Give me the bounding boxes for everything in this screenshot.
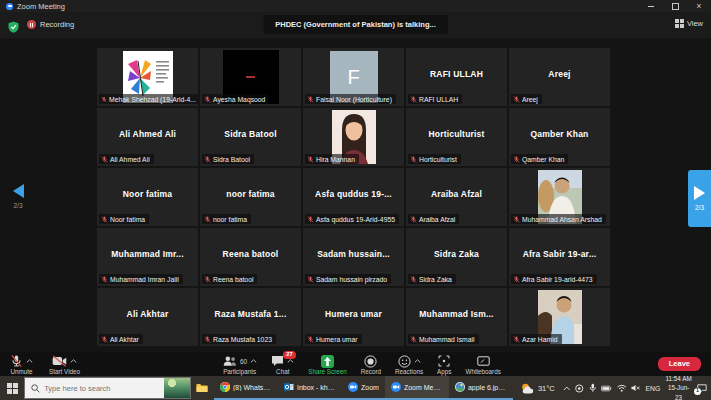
start-button[interactable]	[0, 376, 24, 400]
participant-tile[interactable]: Ali Ahmed Ali Ali Ahmed Ali	[97, 108, 198, 166]
participant-tile[interactable]: Ali Akhtar Ali Akhtar	[97, 288, 198, 346]
record-button[interactable]: Record	[361, 354, 381, 375]
participant-label: Sadam hussain pirzado	[305, 274, 391, 284]
taskbar-task[interactable]: apple 6.jpg –	[449, 376, 513, 400]
participant-tile[interactable]: Sidra Batool Sidra Batool	[200, 108, 301, 166]
muted-mic-icon	[410, 216, 417, 223]
taskbar-task[interactable]: Inbox - kha...	[278, 376, 342, 400]
participants-label: Participants	[223, 368, 256, 375]
weather-widget[interactable]: 31°C	[513, 376, 563, 400]
security-shield-icon[interactable]	[8, 19, 19, 37]
leave-button[interactable]: Leave	[658, 357, 701, 371]
muted-mic-icon	[204, 96, 211, 103]
participant-tile[interactable]: Raza Mustafa 1... Raza Mustafa 1023	[200, 288, 301, 346]
chevron-up-icon[interactable]	[250, 359, 257, 363]
next-page-button[interactable]: 2/3	[688, 170, 711, 227]
wifi-icon[interactable]	[617, 384, 626, 392]
participant-tile[interactable]: Muhammad Ahsan Arshad	[509, 168, 610, 226]
chevron-up-icon[interactable]	[70, 359, 77, 363]
unmute-button[interactable]: Unmute	[10, 354, 33, 375]
participant-tile[interactable]: Areej Areej	[509, 48, 610, 106]
participant-tile[interactable]: Mehak Shehzad (19-Arid-4...	[97, 48, 198, 106]
muted-mic-icon	[10, 354, 23, 368]
participant-label: Humera umar	[305, 334, 362, 344]
taskbar-task[interactable]: Zoom	[342, 376, 385, 400]
participant-tile[interactable]: Muhammad Ism... Muhammad Ismail	[406, 288, 507, 346]
participant-label: Muhammad Ismail	[408, 334, 479, 344]
muted-mic-icon	[101, 216, 108, 223]
participant-tile[interactable]: Noor fatima Noor fatima	[97, 168, 198, 226]
share-screen-button[interactable]: Share Screen	[308, 354, 347, 375]
chevron-up-icon[interactable]	[287, 359, 294, 363]
muted-mic-icon	[307, 96, 314, 103]
taskbar-task[interactable]: Zoom Meet...	[385, 376, 449, 400]
participant-tile[interactable]: Humera umar Humera umar	[303, 288, 404, 346]
recording-label: Recording	[40, 20, 74, 29]
participant-tile[interactable]: Muhammad Imr... Muhammad Imran Jalil	[97, 228, 198, 286]
participant-tile[interactable]: Asfa quddus 19-... Asfa quddus 19-Arid-4…	[303, 168, 404, 226]
taskbar-search[interactable]	[24, 377, 191, 399]
battery-icon[interactable]	[601, 385, 611, 392]
muted-mic-icon	[101, 156, 108, 163]
zoom-icon	[391, 382, 401, 392]
participant-tile[interactable]: Ayesha Maqsood	[200, 48, 301, 106]
photos-icon	[455, 382, 465, 392]
participant-tile[interactable]: Hira Mannan	[303, 108, 404, 166]
maximize-button[interactable]	[663, 0, 687, 12]
language-indicator[interactable]: ENG	[646, 385, 661, 392]
participant-tile[interactable]: Azar Hamid	[509, 288, 610, 346]
minimize-button[interactable]	[639, 0, 663, 12]
windows-logo-icon	[7, 383, 18, 394]
participant-tile[interactable]: Qamber Khan Qamber Khan	[509, 108, 610, 166]
whiteboards-label: Whiteboards	[465, 368, 500, 375]
previous-page-button[interactable]: 2/3	[7, 184, 29, 209]
participant-tile[interactable]: Reena batool Reena batool	[200, 228, 301, 286]
file-explorer-button[interactable]	[191, 376, 214, 400]
search-icon	[31, 384, 40, 393]
participant-tile[interactable]: F Faisal Noor (Horticulture)	[303, 48, 404, 106]
participant-label: Horticulturist	[408, 154, 461, 164]
participant-tile[interactable]: Araiba Afzal Araiba Afzal	[406, 168, 507, 226]
participant-label: Ali Ahmed Ali	[99, 154, 154, 164]
close-button[interactable]: ×	[687, 0, 711, 12]
system-tray: ENG 11:54 AM 15-Jun-23 1	[563, 376, 711, 400]
taskbar-tasks: (8) WhatsA... Inbox - kha... Zoom Zoom M…	[214, 376, 513, 400]
tray-mic-icon[interactable]	[589, 383, 597, 393]
chat-icon	[271, 355, 284, 367]
participant-label: Muhammad Ahsan Arshad	[511, 214, 606, 224]
participant-tile[interactable]: Sidra Zaka Sidra Zaka	[406, 228, 507, 286]
speaker-muted-icon[interactable]	[631, 384, 640, 392]
participant-tile[interactable]: RAFI ULLAH RAFI ULLAH	[406, 48, 507, 106]
taskbar-task[interactable]: (8) WhatsA...	[214, 376, 278, 400]
chat-button[interactable]: 27 Chat	[271, 354, 294, 375]
participants-button[interactable]: 60 Participants	[222, 354, 257, 375]
view-button[interactable]: View	[675, 19, 703, 28]
chevron-up-icon[interactable]	[26, 359, 33, 363]
start-video-button[interactable]: Start Video	[49, 354, 80, 375]
taskbar-clock[interactable]: 11:54 AM 15-Jun-23	[665, 374, 692, 400]
participants-count: 60	[240, 358, 247, 365]
search-highlight-image[interactable]	[164, 378, 190, 398]
reactions-button[interactable]: Reactions	[395, 354, 423, 375]
weather-temp: 31°C	[538, 384, 555, 393]
search-input[interactable]	[44, 384, 148, 393]
muted-mic-icon	[513, 276, 520, 283]
participant-name: Sidra Zaka	[419, 276, 452, 283]
whiteboards-button[interactable]: Whiteboards	[465, 354, 500, 375]
participant-label: Afra Sabir 19-arid-4473	[511, 274, 597, 284]
participant-label: Mehak Shehzad (19-Arid-4...	[99, 94, 198, 104]
participant-tile[interactable]: Afra Sabir 19-ar... Afra Sabir 19-arid-4…	[509, 228, 610, 286]
video-off-icon	[52, 355, 67, 367]
tray-app-icon[interactable]	[575, 384, 583, 393]
participant-tile[interactable]: noor fatima noor fatima	[200, 168, 301, 226]
chevron-up-icon[interactable]	[414, 359, 421, 363]
participant-tile[interactable]: Sadam hussain... Sadam hussain pirzado	[303, 228, 404, 286]
chat-label: Chat	[276, 368, 289, 375]
apps-button[interactable]: Apps	[437, 354, 451, 375]
participant-name: Afra Sabir 19-arid-4473	[522, 276, 593, 283]
participant-label: RAFI ULLAH	[408, 94, 462, 104]
participant-tile[interactable]: Horticulturist Horticulturist	[406, 108, 507, 166]
participant-name: Noor fatima	[110, 216, 145, 223]
tray-expand-icon[interactable]	[563, 386, 571, 391]
action-center-button[interactable]: 1	[697, 384, 707, 393]
